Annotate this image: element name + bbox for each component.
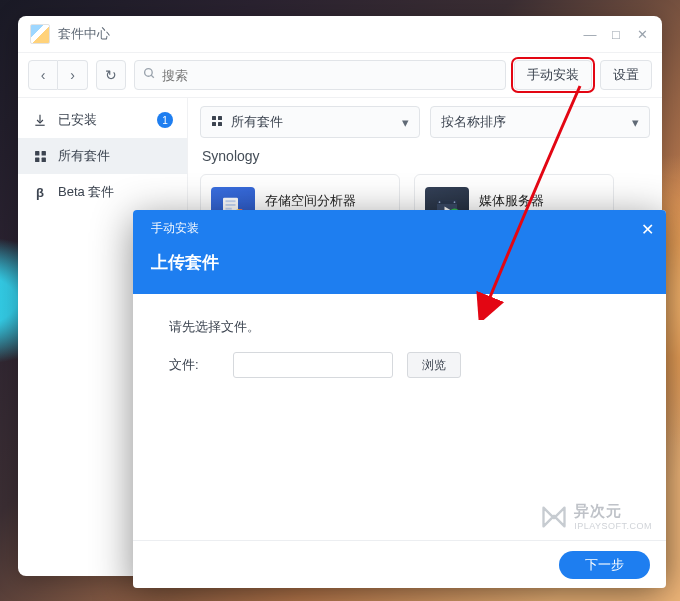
sidebar-item-all-packages[interactable]: 所有套件 bbox=[18, 138, 187, 174]
modal-breadcrumb: 手动安装 bbox=[151, 220, 648, 237]
reload-icon: ↻ bbox=[105, 67, 117, 83]
file-path-input[interactable] bbox=[233, 352, 393, 378]
sidebar-item-installed[interactable]: 已安装 1 bbox=[18, 102, 187, 138]
sort-dropdown[interactable]: 按名称排序 ▾ bbox=[430, 106, 650, 138]
modal-header: 手动安装 上传套件 ✕ bbox=[133, 210, 666, 294]
beta-icon: β bbox=[32, 185, 48, 200]
app-icon bbox=[30, 24, 50, 44]
manual-install-modal: 手动安装 上传套件 ✕ 请先选择文件。 文件: 浏览 下一步 bbox=[133, 210, 666, 588]
sidebar-item-label: Beta 套件 bbox=[58, 183, 114, 201]
modal-instruction: 请先选择文件。 bbox=[169, 318, 630, 336]
manual-install-button[interactable]: 手动安装 bbox=[514, 60, 592, 90]
modal-title: 上传套件 bbox=[151, 251, 648, 274]
svg-rect-9 bbox=[218, 122, 222, 126]
category-filter-dropdown[interactable]: 所有套件 ▾ bbox=[200, 106, 420, 138]
svg-rect-12 bbox=[226, 204, 236, 206]
svg-rect-11 bbox=[226, 200, 236, 202]
nav-forward-button[interactable]: › bbox=[58, 60, 88, 90]
svg-rect-2 bbox=[35, 151, 39, 155]
browse-button[interactable]: 浏览 bbox=[407, 352, 461, 378]
svg-rect-8 bbox=[212, 122, 216, 126]
sidebar-item-beta[interactable]: β Beta 套件 bbox=[18, 174, 187, 210]
reload-button[interactable]: ↻ bbox=[96, 60, 126, 90]
search-input[interactable] bbox=[162, 68, 497, 83]
svg-rect-7 bbox=[218, 116, 222, 120]
grid-icon bbox=[32, 150, 48, 163]
section-title: Synology bbox=[202, 148, 648, 164]
chevron-right-icon: › bbox=[70, 67, 75, 83]
svg-point-18 bbox=[454, 201, 456, 203]
sidebar-item-label: 所有套件 bbox=[58, 147, 110, 165]
settings-label: 设置 bbox=[613, 66, 639, 84]
nav-back-button[interactable]: ‹ bbox=[28, 60, 58, 90]
svg-rect-4 bbox=[35, 157, 39, 161]
manual-install-label: 手动安装 bbox=[527, 66, 579, 84]
grid-icon bbox=[211, 115, 223, 130]
window-title: 套件中心 bbox=[58, 25, 110, 43]
close-icon[interactable]: ✕ bbox=[634, 27, 650, 42]
modal-close-button[interactable]: ✕ bbox=[641, 220, 654, 239]
titlebar: 套件中心 — □ ✕ bbox=[18, 16, 662, 52]
installed-badge: 1 bbox=[157, 112, 173, 128]
card-title: 媒体服务器 bbox=[479, 192, 544, 210]
sidebar-item-label: 已安装 bbox=[58, 111, 97, 129]
svg-rect-6 bbox=[212, 116, 216, 120]
caret-down-icon: ▾ bbox=[632, 115, 639, 130]
browse-label: 浏览 bbox=[422, 357, 446, 374]
settings-button[interactable]: 设置 bbox=[600, 60, 652, 90]
toolbar: ‹ › ↻ 手动安装 设置 bbox=[18, 52, 662, 98]
maximize-icon[interactable]: □ bbox=[608, 27, 624, 42]
card-title: 存储空间分析器 bbox=[265, 192, 356, 210]
modal-footer: 下一步 bbox=[133, 540, 666, 588]
caret-down-icon: ▾ bbox=[402, 115, 409, 130]
chevron-left-icon: ‹ bbox=[41, 67, 46, 83]
sort-label: 按名称排序 bbox=[441, 113, 506, 131]
next-label: 下一步 bbox=[585, 557, 624, 572]
file-label: 文件: bbox=[169, 356, 219, 374]
download-icon bbox=[32, 113, 48, 127]
svg-line-1 bbox=[151, 75, 154, 78]
category-filter-label: 所有套件 bbox=[231, 113, 283, 131]
minimize-icon[interactable]: — bbox=[582, 27, 598, 42]
svg-point-17 bbox=[439, 201, 441, 203]
svg-rect-3 bbox=[41, 151, 45, 155]
svg-point-0 bbox=[145, 69, 153, 77]
search-icon bbox=[143, 66, 156, 84]
modal-body: 请先选择文件。 文件: 浏览 bbox=[133, 294, 666, 402]
svg-rect-5 bbox=[41, 157, 45, 161]
search-box[interactable] bbox=[134, 60, 506, 90]
next-button[interactable]: 下一步 bbox=[559, 551, 650, 579]
